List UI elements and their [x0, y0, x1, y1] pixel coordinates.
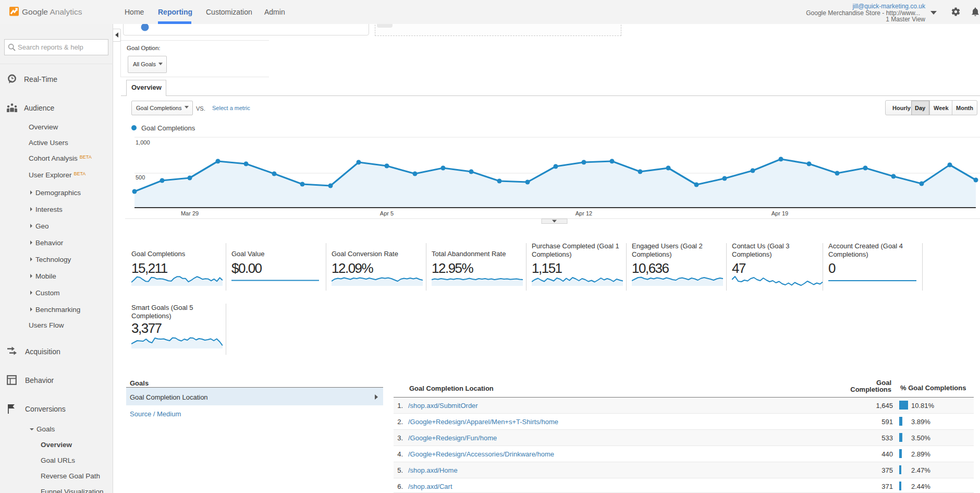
svg-text:1,000: 1,000	[136, 139, 150, 146]
svg-text:Apr 12: Apr 12	[575, 210, 592, 217]
svg-text:Apr 19: Apr 19	[771, 210, 788, 217]
svg-text:Apr 5: Apr 5	[380, 210, 394, 217]
svg-text:500: 500	[136, 174, 145, 181]
svg-text:Mar 29: Mar 29	[181, 210, 199, 217]
